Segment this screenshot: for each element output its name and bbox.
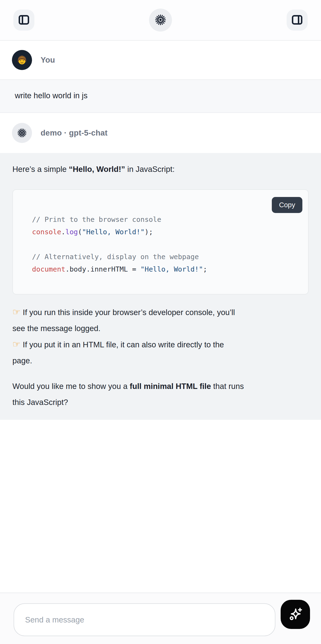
starburst-logo-icon	[154, 14, 167, 27]
assistant-avatar	[12, 123, 32, 143]
assistant-intro-text: Here’s a simple “Hello, World!” in JavaS…	[12, 164, 309, 174]
code-content: // Print to the browser consoleconsole.l…	[32, 213, 299, 276]
chat-empty-space	[0, 420, 321, 592]
code-line: console.log("Hello, World!");	[32, 226, 299, 238]
code-line: document.body.innerHTML = "Hello, World!…	[32, 263, 299, 276]
toggle-sidebar-button[interactable]	[13, 10, 34, 30]
send-button[interactable]	[281, 600, 310, 629]
composer-bar	[0, 592, 321, 644]
code-line: // Alternatively, display on the webpage	[32, 250, 299, 263]
pointing-hand-icon: ☞	[12, 307, 20, 317]
code-line: // Print to the browser console	[32, 213, 299, 226]
panel-right-icon	[291, 14, 303, 26]
assistant-message: Here’s a simple “Hello, World!” in JavaS…	[0, 153, 321, 420]
top-bar	[0, 0, 321, 41]
user-message: write hello world in js	[0, 79, 321, 113]
user-message-text: write hello world in js	[15, 91, 306, 100]
model-logo-button[interactable]	[149, 8, 172, 32]
code-block: Copy // Print to the browser consolecons…	[12, 189, 309, 294]
toggle-panel-button[interactable]	[287, 10, 308, 30]
assistant-paragraph-1: ☞ If you run this inside your browser’s …	[12, 304, 309, 368]
chat-app: You write hello world in js demo	[0, 0, 321, 644]
assistant-sender-label: demo · gpt-5-chat	[41, 128, 107, 138]
message-input[interactable]	[13, 603, 275, 636]
assistant-paragraph-2: Would you like me to show you a full min…	[12, 378, 309, 410]
user-message-header: You	[0, 41, 321, 79]
pointing-hand-icon: ☞	[12, 339, 20, 350]
assistant-message-header: demo · gpt-5-chat	[0, 113, 321, 153]
user-sender-label: You	[41, 56, 55, 64]
copy-button[interactable]: Copy	[272, 197, 302, 213]
code-line	[32, 238, 299, 250]
panel-left-icon	[18, 14, 30, 26]
sparkle-icon	[288, 606, 303, 623]
user-avatar	[12, 50, 32, 70]
